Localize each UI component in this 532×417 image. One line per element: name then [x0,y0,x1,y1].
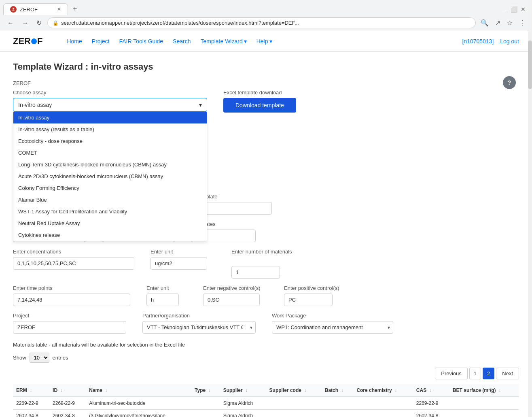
cell-erm-0: 2269-22-9 [13,397,49,410]
download-template-button[interactable]: Download template [223,98,296,113]
conc-unit-input[interactable] [150,257,207,270]
cell-cas-1: 2602-34-8 [413,410,449,417]
assay-option-4[interactable]: Long-Term 3D cytokinesis-blocked micronu… [13,159,207,170]
partner-label: Partner/organisation [142,313,256,319]
col-core-chemistry[interactable]: Core chemistry ↕ [353,384,413,397]
page-1-button[interactable]: 1 [469,368,481,379]
cell-erm-1: 2602-34-8 [13,410,49,417]
choose-assay-section: Choose assay In-vitro assay ▾ In-vitro a… [13,89,519,113]
col-supplier[interactable]: Supplier ↕ [220,384,266,397]
conc-unit-label: Enter unit [150,249,207,255]
cell-bet-0 [449,397,519,410]
tab-title: ZEROF [20,6,38,13]
forward-button[interactable]: → [19,18,31,28]
more-icon[interactable]: ⋮ [517,17,527,28]
project-label: Project [13,313,126,319]
cell-supplier-code-1 [266,410,322,417]
concentrations-input[interactable] [13,257,134,270]
browser-tab[interactable]: Z ZEROF ✕ [3,3,68,15]
col-type[interactable]: Type ↕ [191,384,220,397]
assay-option-7[interactable]: Alamar Blue [13,194,207,206]
browser-nav-bar: ← → ↻ 🔒 search.data.enanomapper.net/proj… [0,15,532,31]
scrollbar-thumb[interactable] [528,40,532,89]
cell-bet-1 [449,410,519,417]
time-unit-input[interactable] [146,294,179,306]
col-batch[interactable]: Batch ↕ [322,384,354,397]
nav-home[interactable]: Home [67,38,82,45]
previous-button[interactable]: Previous [435,368,468,379]
assay-dropdown-value: In-vitro assay [18,102,52,108]
partner-select[interactable]: VTT - Teknologian Tutkimuskeskus VTT O: [142,321,256,334]
page-2-button[interactable]: 2 [483,368,494,379]
logout-link[interactable]: Log out [500,38,519,45]
assay-option-6[interactable]: Colony Forming Efficiency [13,182,207,194]
nav-help[interactable]: Help ▾ [256,38,272,45]
search-browser-icon[interactable]: 🔍 [479,17,490,28]
timepoints-input[interactable] [13,294,130,306]
nav-template-wizard[interactable]: Template Wizard ▾ [200,38,246,45]
assay-option-5[interactable]: Acute 2D/3D cytokinesis-blocked micronuc… [13,170,207,182]
num-materials-input[interactable] [231,266,280,279]
logo-circle [31,38,37,44]
project-input[interactable] [13,321,126,334]
col-cas[interactable]: CAS ↕ [413,384,449,397]
share-icon[interactable]: ↗ [494,17,502,28]
help-button[interactable]: ? [503,76,516,89]
group-concentrations: Enter concentrations [13,249,134,270]
assay-right: Excel template download Download templat… [223,89,519,113]
scrollbar[interactable] [528,0,532,417]
assay-option-3[interactable]: COMET [13,147,207,159]
app-nav-links: Home Project FAIR Tools Guide Search Tem… [67,38,462,45]
group-timepoints: Enter time points [13,285,130,306]
back-button[interactable]: ← [5,18,16,28]
bookmark-icon[interactable]: ☆ [505,17,514,28]
new-tab-button[interactable]: + [70,3,81,15]
help-dropdown-arrow-icon: ▾ [269,38,272,45]
col-supplier-code[interactable]: Supplier code ↕ [266,384,322,397]
minimize-icon[interactable]: — [502,6,507,13]
group-num-materials: Enter number of materials [231,249,296,279]
col-name[interactable]: Name ↕ [86,384,191,397]
assay-dropdown-wrapper: In-vitro assay ▾ In-vitro assay In-vitro… [13,98,207,112]
assay-option-2[interactable]: Ecotoxicity - dose response [13,135,207,147]
assay-dropdown-trigger[interactable]: In-vitro assay ▾ [13,98,207,112]
col-erm[interactable]: ERM ↕ [13,384,49,397]
cell-batch-1 [322,410,354,417]
entries-select[interactable]: 10 25 50 [30,353,49,363]
neg-control-label: Enter negative control(s) [203,285,268,291]
reload-button[interactable]: ↻ [34,17,44,28]
assay-option-0[interactable]: In-vitro assay [13,112,207,123]
entries-label: entries [53,355,68,361]
timepoints-label: Enter time points [13,285,130,291]
tab-bar: Z ZEROF ✕ + — ⬜ ✕ [0,0,532,15]
assay-option-9[interactable]: Neutral Red Uptake Assay [13,217,207,229]
restore-icon[interactable]: ⬜ [511,6,517,13]
lock-icon: 🔒 [53,20,59,26]
neg-control-input[interactable] [203,294,260,306]
nav-search[interactable]: Search [173,38,191,45]
group-conc-unit: Enter unit [150,249,207,270]
group-neg-control: Enter negative control(s) [203,285,268,306]
zerof-label: ZEROF [13,80,519,86]
cell-supplier-0: Sigma Aldrich [220,397,266,410]
tab-close-btn[interactable]: ✕ [57,6,61,12]
assay-option-10[interactable]: Cytokines release [13,229,207,241]
assay-option-8[interactable]: WST-1 Assay for Cell Proliferation and V… [13,206,207,217]
header-actions: [n10705013] Log out [462,38,519,45]
assay-option-1[interactable]: In-vitro assay (results as a table) [13,123,207,135]
supplier-sort-icon: ↕ [246,388,248,393]
address-bar[interactable]: 🔒 search.data.enanomapper.net/projects/z… [47,17,476,28]
type-sort-icon: ↕ [209,388,211,393]
pos-control-input[interactable] [284,294,333,306]
supplier-code-sort-icon: ↕ [304,388,306,393]
col-id[interactable]: ID ↕ [49,384,86,397]
row-project: Project Partner/organisation VTT - Tekno… [13,313,519,334]
nav-fair-tools[interactable]: FAIR Tools Guide [119,38,163,45]
close-icon[interactable]: ✕ [521,6,526,13]
nav-project[interactable]: Project [92,38,110,45]
next-button[interactable]: Next [496,368,519,379]
wp-select[interactable]: WP1: Coordination and management [272,321,393,334]
col-bet[interactable]: BET surface (m²/g) ↕ [449,384,519,397]
table-notice: Materials table - all materials will be … [13,342,519,348]
browser-nav-icons: 🔍 ↗ ☆ ⋮ [479,17,527,28]
